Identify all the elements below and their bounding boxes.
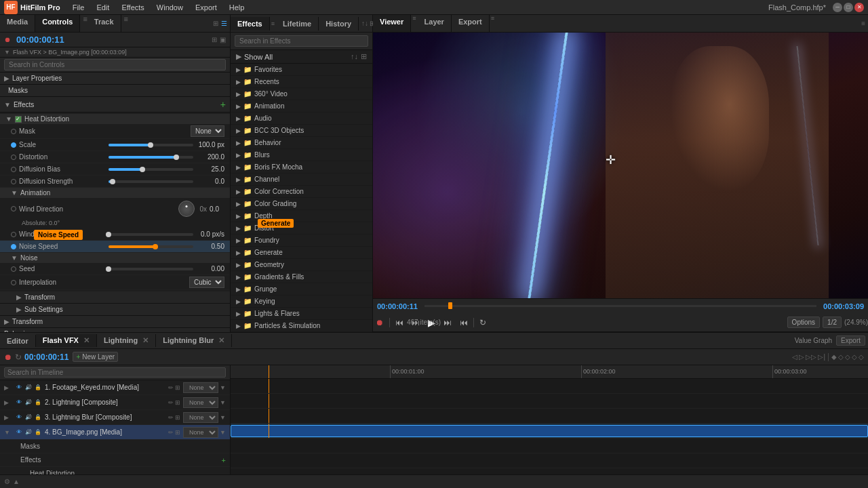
heat-distortion-checkbox[interactable]: ✓ — [15, 116, 22, 123]
gear-icon[interactable]: ⚙ — [4, 478, 10, 485]
scale-slider[interactable] — [108, 144, 194, 146]
effect-cat-color_correction[interactable]: ▶📁Color Correction — [231, 186, 372, 198]
noise-speed-radio[interactable] — [11, 244, 16, 249]
lightning-blur-close[interactable]: ✕ — [218, 336, 224, 344]
effects-icon2[interactable]: ⊞ — [361, 52, 367, 61]
layer-2-grid[interactable]: ⊞ — [175, 399, 180, 406]
mask-radio[interactable] — [11, 129, 16, 134]
noise-header[interactable]: ▼ Noise — [0, 253, 230, 263]
value-graph-btn[interactable]: Value Graph — [795, 337, 832, 344]
effect-cat-bcc_3d_objects[interactable]: ▶📁BCC 3D Objects — [231, 125, 372, 137]
layer-4-expand2[interactable]: ▼ — [220, 429, 226, 436]
effect-cat-lights_&_flares[interactable]: ▶📁Lights & Flares — [231, 308, 372, 320]
distortion-radio[interactable] — [11, 155, 16, 160]
export-tab-icon[interactable]: ≡ — [490, 15, 496, 32]
tl-btn4[interactable]: ▷| — [818, 353, 825, 361]
layer-3-eye[interactable]: 👁 — [15, 413, 23, 422]
wind-dir-radio[interactable] — [11, 206, 16, 211]
layer-1-expand2[interactable]: ▼ — [220, 384, 226, 391]
layer-4-eye[interactable]: 👁 — [15, 428, 23, 436]
wind-direction-knob[interactable] — [178, 201, 195, 217]
layer-1-pencil[interactable]: ✏ — [168, 384, 174, 391]
effect-cat-recents[interactable]: ▶📁Recents — [231, 76, 372, 88]
search-input[interactable] — [4, 59, 226, 70]
minimize-button[interactable]: ─ — [833, 3, 842, 12]
controls-icon2[interactable]: ▣ — [220, 36, 226, 43]
sub-settings-header[interactable]: ▶ Sub Settings — [0, 304, 230, 316]
tl-btn7[interactable]: ◇ — [845, 353, 850, 361]
layer-4-pencil[interactable]: ✏ — [168, 429, 174, 436]
layer-4-grid[interactable]: ⊞ — [175, 429, 180, 436]
effects-section-header[interactable]: ▼ Effects + — [0, 97, 230, 113]
menu-file[interactable]: File — [67, 2, 90, 13]
effect-cat-360°_video[interactable]: ▶📁360° Video — [231, 88, 372, 100]
effects-sub-add[interactable]: + — [222, 456, 226, 464]
effect-cat-generate[interactable]: ▶📁Generate — [231, 247, 372, 259]
layer-1-audio[interactable]: 🔊 — [24, 384, 33, 392]
behaviors-header[interactable]: Behaviors — [0, 328, 230, 332]
layer-1-lock[interactable]: 🔒 — [34, 384, 42, 392]
effects-add-icon[interactable]: + — [220, 99, 226, 110]
layer-2-expand[interactable]: ▶ — [4, 399, 11, 406]
wind-speed-slider[interactable] — [108, 233, 194, 236]
effect-cat-animation[interactable]: ▶📁Animation — [231, 100, 372, 113]
options-label[interactable]: Options — [787, 317, 820, 328]
transform-sub-header[interactable]: ▶ Transform — [0, 291, 230, 304]
diffusion-bias-slider[interactable] — [108, 168, 194, 171]
tab-media[interactable]: Media — [0, 15, 35, 32]
layer-2-pencil[interactable]: ✏ — [168, 399, 174, 406]
layer-3-pencil[interactable]: ✏ — [168, 414, 174, 421]
new-layer-btn[interactable]: + New Layer — [73, 352, 118, 362]
masks-header[interactable]: Masks — [0, 85, 230, 97]
tl-btn9[interactable]: ◇ — [859, 353, 864, 361]
menu-effects[interactable]: Effects — [116, 2, 149, 13]
effect-cat-channel[interactable]: ▶📁Channel — [231, 174, 372, 186]
layer-4-blend[interactable]: None — [183, 427, 218, 438]
tl-btn6[interactable]: ◇ — [838, 353, 844, 361]
seed-slider[interactable] — [108, 268, 194, 270]
tl-export-btn[interactable]: Export — [836, 336, 865, 346]
layer-1-grid[interactable]: ⊞ — [175, 384, 180, 391]
layer-3-lock[interactable]: 🔒 — [34, 413, 42, 422]
layer-4-expand[interactable]: ▼ — [4, 429, 11, 436]
layer-properties-header[interactable]: ▶ Layer Properties — [0, 73, 230, 85]
main-transform-header[interactable]: ▶ Transform — [0, 316, 230, 328]
step-fwd-btn[interactable]: ⏭ — [441, 317, 454, 329]
layer-4-audio[interactable]: 🔊 — [24, 428, 33, 436]
tl-playhead[interactable] — [269, 365, 269, 378]
controls-grid-icon[interactable]: ⊞ — [213, 20, 218, 27]
effects-sort-icon[interactable]: ↑↓ — [361, 20, 368, 27]
effect-cat-grunge[interactable]: ▶📁Grunge — [231, 283, 372, 296]
zoom-level[interactable]: 1/2 — [823, 317, 842, 328]
animation-header[interactable]: ▼ Animation — [0, 188, 230, 198]
effect-cat-blurs[interactable]: ▶📁Blurs — [231, 149, 372, 161]
menu-help[interactable]: Help — [224, 2, 250, 13]
effect-cat-boris_fx_mocha[interactable]: ▶📁Boris FX Mocha — [231, 161, 372, 174]
menu-edit[interactable]: Edit — [91, 2, 115, 13]
scale-radio[interactable] — [11, 142, 16, 148]
loop-btn[interactable]: ↻ — [477, 317, 489, 329]
show-all-label[interactable]: Show All — [244, 53, 273, 61]
mask-select[interactable]: None — [191, 125, 224, 137]
record-btn[interactable]: ⏺ — [4, 36, 11, 43]
effects-icon1[interactable]: ↑↓ — [351, 52, 358, 61]
effect-cat-distort[interactable]: ▶📁Distort — [231, 222, 372, 235]
tl-btn2[interactable]: ▷ — [799, 353, 804, 361]
layer-1-eye[interactable]: 👁 — [15, 384, 23, 392]
tl-search-input[interactable] — [4, 367, 226, 378]
noise-speed-slider[interactable] — [108, 245, 194, 248]
menu-window[interactable]: Window — [151, 2, 189, 13]
tab-effects[interactable]: Effects — [231, 17, 270, 30]
tab-lightning[interactable]: Lightning ✕ — [97, 334, 156, 347]
tab-layer[interactable]: Layer — [418, 15, 452, 32]
filter-icon[interactable]: ▼ — [4, 49, 10, 56]
layer-2-eye[interactable]: 👁 — [15, 399, 23, 407]
record-btn[interactable]: ⏺ — [373, 317, 387, 329]
tab-lifetime[interactable]: Lifetime — [276, 17, 319, 30]
effect-cat-keying[interactable]: ▶📁Keying — [231, 296, 372, 308]
viewer-playhead[interactable] — [448, 302, 452, 309]
viewer-panel-menu[interactable]: ≡ — [861, 20, 865, 27]
viewer-tab-icon[interactable]: ≡ — [411, 15, 417, 32]
diffusion-bias-radio[interactable] — [11, 167, 16, 172]
effect-cat-behavior[interactable]: ▶📁Behavior — [231, 137, 372, 149]
